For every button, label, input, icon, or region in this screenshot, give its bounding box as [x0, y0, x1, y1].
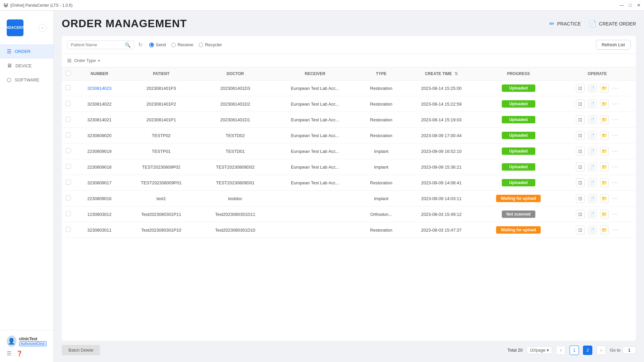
scan-icon[interactable]: ⊡	[576, 194, 585, 203]
cell-create-time: 2023-08-03 15:49:12	[405, 206, 479, 222]
refresh-icon[interactable]: ↻	[138, 42, 143, 48]
help-icon[interactable]: ❓	[16, 350, 23, 357]
order-type-select[interactable]: Order Type ▾	[74, 58, 100, 63]
folder-icon[interactable]: 📁	[600, 147, 609, 156]
sidebar-item-device[interactable]: 🖥 DEVICE	[0, 59, 53, 73]
sidebar-collapse-button[interactable]: ‹	[39, 24, 47, 32]
order-link[interactable]: 3230814023	[87, 86, 111, 91]
folder-icon[interactable]: 📁	[600, 131, 609, 140]
folder-icon[interactable]: 📁	[600, 210, 609, 219]
more-options-button[interactable]: ···	[612, 148, 619, 154]
more-options-button[interactable]: ···	[612, 180, 619, 186]
goto-input[interactable]	[623, 346, 636, 354]
col-create-time[interactable]: CREATE TIME ⇅	[405, 67, 479, 80]
cell-progress: Uploaded	[478, 112, 558, 128]
row-checkbox[interactable]	[66, 132, 71, 137]
scan-icon[interactable]: ⊡	[576, 178, 585, 187]
titlebar-right: — □ ✕	[619, 3, 641, 8]
progress-badge: Not scanned	[502, 210, 535, 218]
more-options-button[interactable]: ···	[612, 117, 619, 123]
batch-delete-button[interactable]: Batch Delete	[62, 345, 100, 355]
per-page-select[interactable]: 10/page ▾	[527, 346, 552, 354]
folder-icon[interactable]: 📁	[600, 194, 609, 203]
folder-icon[interactable]: 📁	[600, 84, 609, 93]
radio-recycler[interactable]: Recycler	[199, 42, 222, 47]
search-icon[interactable]: 🔍	[125, 42, 130, 48]
scan-icon[interactable]: ⊡	[576, 115, 585, 124]
create-order-button[interactable]: 📄 CREATE ORDER	[589, 20, 636, 27]
page-1-button[interactable]: 1	[570, 346, 579, 355]
more-options-button[interactable]: ···	[612, 211, 619, 217]
row-checkbox[interactable]	[66, 117, 71, 122]
page-2-button[interactable]: 2	[583, 346, 592, 355]
search-input-wrap[interactable]: 🔍	[67, 41, 134, 49]
folder-icon[interactable]: 📁	[600, 100, 609, 108]
row-checkbox[interactable]	[66, 101, 71, 106]
menu-icon[interactable]: ☰	[7, 350, 11, 357]
sidebar-item-order[interactable]: ☰ ORDER	[0, 44, 53, 59]
scan-icon[interactable]: ⊡	[576, 131, 585, 140]
next-page-button[interactable]: ›	[596, 346, 606, 355]
create-order-label: CREATE ORDER	[599, 21, 636, 26]
prev-page-button[interactable]: ‹	[556, 346, 566, 355]
document-icon[interactable]: 📄	[588, 210, 597, 219]
more-options-button[interactable]: ···	[612, 101, 619, 107]
more-options-button[interactable]: ···	[612, 85, 619, 91]
scan-icon[interactable]: ⊡	[576, 100, 585, 108]
row-checkbox[interactable]	[66, 180, 71, 185]
folder-icon[interactable]: 📁	[600, 178, 609, 187]
scan-icon[interactable]: ⊡	[576, 163, 585, 171]
document-icon[interactable]: 📄	[588, 115, 597, 124]
document-icon[interactable]: 📄	[588, 178, 597, 187]
row-checkbox[interactable]	[66, 211, 71, 216]
search-input[interactable]	[71, 42, 123, 47]
row-checkbox-cell	[62, 96, 75, 112]
more-options-button[interactable]: ···	[612, 164, 619, 170]
row-checkbox[interactable]	[66, 164, 71, 169]
document-icon[interactable]: 📄	[588, 131, 597, 140]
more-options-button[interactable]: ···	[612, 132, 619, 138]
pagination: Total 20 10/page ▾ ‹ 1 2 › Go to	[507, 346, 636, 355]
order-number: 3230809020	[87, 133, 111, 138]
cell-progress: Uploaded	[478, 96, 558, 112]
cell-number: 3230814022	[75, 96, 124, 112]
folder-icon[interactable]: 📁	[600, 115, 609, 124]
document-icon[interactable]: 📄	[588, 100, 597, 108]
row-checkbox[interactable]	[66, 227, 71, 232]
refresh-list-button[interactable]: Refresh List	[596, 40, 631, 50]
cell-type: Restoration	[358, 96, 405, 112]
radio-send[interactable]: Send	[149, 42, 166, 47]
close-button[interactable]: ✕	[637, 3, 641, 8]
operate-icons: ⊡ 📄 📁 ···	[562, 210, 632, 219]
practice-button[interactable]: ✏ PRACTICE	[549, 20, 581, 27]
row-checkbox[interactable]	[66, 85, 71, 90]
scan-icon[interactable]: ⊡	[576, 210, 585, 219]
table-header: NUMBER PATIENT DOCTOR RECEIVER TYPE CREA…	[62, 67, 636, 80]
document-icon[interactable]: 📄	[588, 226, 597, 234]
select-all-checkbox[interactable]	[66, 71, 71, 76]
col-patient: PATIENT	[124, 67, 199, 80]
total-label: Total 20	[507, 348, 523, 353]
folder-icon[interactable]: 📁	[600, 226, 609, 234]
cell-progress: Waiting for upload	[478, 222, 558, 238]
document-icon[interactable]: 📄	[588, 147, 597, 156]
sidebar-item-software[interactable]: ⬡ SOFTWARE	[0, 73, 53, 87]
row-checkbox[interactable]	[66, 148, 71, 153]
scan-icon[interactable]: ⊡	[576, 84, 585, 93]
folder-icon[interactable]: 📁	[600, 163, 609, 171]
more-options-button[interactable]: ···	[612, 227, 619, 233]
order-number: 3230814021	[87, 117, 111, 122]
maximize-button[interactable]: □	[629, 3, 632, 8]
cell-patient: TEST202308009P01	[124, 175, 199, 191]
cell-patient: TESTP02	[124, 128, 199, 143]
scan-icon[interactable]: ⊡	[576, 226, 585, 234]
row-checkbox[interactable]	[66, 195, 71, 200]
scan-icon[interactable]: ⊡	[576, 147, 585, 156]
document-icon[interactable]: 📄	[588, 163, 597, 171]
radio-receive[interactable]: Receive	[171, 42, 193, 47]
progress-badge: Uploaded	[502, 100, 535, 108]
document-icon[interactable]: 📄	[588, 84, 597, 93]
more-options-button[interactable]: ···	[612, 195, 619, 201]
minimize-button[interactable]: —	[619, 3, 624, 8]
document-icon[interactable]: 📄	[588, 194, 597, 203]
